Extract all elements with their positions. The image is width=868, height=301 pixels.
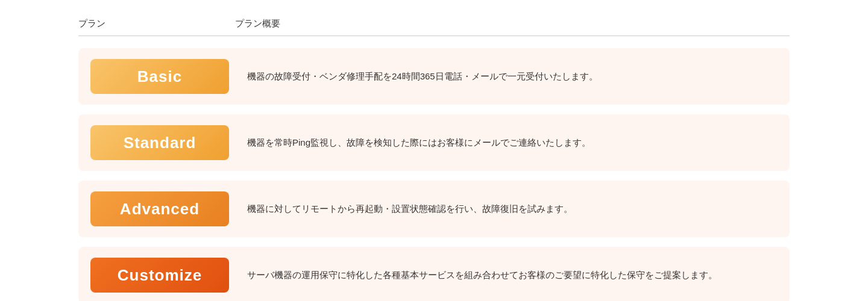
plan-row-customize: Customizeサーバ機器の運用保守に特化した各種基本サービスを組み合わせてお… [78,247,790,301]
plan-badge-advanced: Advanced [90,191,229,226]
plan-badge-standard: Standard [90,125,229,160]
plan-list: Basic機器の故障受付・ベンダ修理手配を24時間365日電話・メールで一元受付… [78,48,790,301]
header-summary-label: プラン概要 [235,18,280,29]
plan-row-advanced: Advanced機器に対してリモートから再起動・設置状態確認を行い、故障復旧を試… [78,181,790,237]
plan-description-advanced: 機器に対してリモートから再起動・設置状態確認を行い、故障復旧を試みます。 [247,201,778,217]
plan-description-customize: サーバ機器の運用保守に特化した各種基本サービスを組み合わせてお客様のご要望に特化… [247,267,778,283]
plan-badge-basic: Basic [90,59,229,94]
plan-description-standard: 機器を常時Ping監視し、故障を検知した際にはお客様にメールでご連絡いたします。 [247,135,778,150]
plan-description-basic: 機器の故障受付・ベンダ修理手配を24時間365日電話・メールで一元受付いたします… [247,69,778,84]
plan-row-basic: Basic機器の故障受付・ベンダ修理手配を24時間365日電話・メールで一元受付… [78,48,790,105]
main-container: プラン プラン概要 Basic機器の故障受付・ベンダ修理手配を24時間365日電… [42,0,826,301]
plan-row-standard: Standard機器を常時Ping監視し、故障を検知した際にはお客様にメールでご… [78,114,790,171]
header-plan-label: プラン [78,18,235,29]
table-header: プラン プラン概要 [78,18,790,36]
plan-badge-customize: Customize [90,258,229,293]
